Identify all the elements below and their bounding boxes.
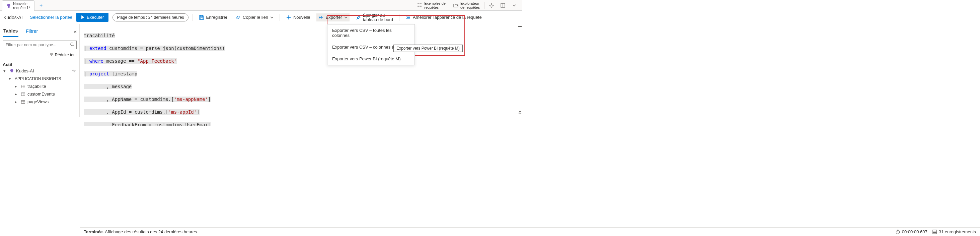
select-scope-link[interactable]: Sélectionner la portée	[30, 15, 72, 20]
run-button[interactable]: Exécuter	[76, 13, 108, 22]
minimap-mark	[518, 26, 522, 27]
table-icon	[21, 84, 25, 89]
editor-area: traçabilité | extend customdims = parse_…	[80, 24, 522, 117]
pin-button[interactable]: Épingler autableau de bord	[353, 12, 395, 23]
play-icon	[81, 16, 85, 19]
expand-up-button[interactable]	[518, 110, 522, 115]
panels-button[interactable]	[498, 1, 508, 10]
export-csv-all[interactable]: Exporter vers CSV – toutes les colonnes	[328, 24, 415, 41]
query-tab[interactable]: Nouvelle requête 1*	[2, 0, 35, 11]
table-icon	[21, 92, 25, 97]
search-icon	[70, 42, 75, 47]
collapse-panel-button[interactable]: «	[74, 29, 77, 35]
svg-point-1	[491, 4, 492, 6]
table-icon	[21, 100, 25, 104]
list-icon	[417, 3, 422, 8]
folder-arrow-icon	[453, 3, 458, 8]
tree-table-pageviews[interactable]: ▸ pageViews	[3, 98, 77, 105]
star-icon[interactable]: ☆	[72, 69, 76, 73]
book-icon	[500, 3, 506, 8]
link-icon	[235, 15, 241, 20]
svg-point-4	[71, 43, 73, 46]
chevron-down-button[interactable]	[509, 1, 519, 10]
tab-title: Nouvelle requête 1*	[13, 2, 30, 10]
export-icon	[318, 15, 324, 20]
query-editor[interactable]: traçabilité | extend customdims = parse_…	[80, 24, 522, 126]
tree-table-tracabilite[interactable]: ▸ traçabilité	[3, 83, 77, 90]
svg-line-5	[73, 45, 74, 46]
format-icon	[406, 15, 411, 20]
tab-bar: Nouvelle requête 1* + Exemples derequête…	[0, 0, 522, 11]
lightbulb-icon	[6, 3, 11, 8]
section-active: Actif	[3, 62, 77, 67]
chevron-double-up-icon	[518, 110, 522, 115]
tooltip: Exporter vers Power BI (requête M)	[393, 45, 463, 52]
time-range-pill[interactable]: Plage de temps : 24 dernières heures	[113, 13, 188, 21]
pin-icon	[356, 15, 361, 20]
chevron-down-icon	[344, 16, 348, 19]
minimap-gutter	[517, 24, 522, 117]
format-query-button[interactable]: Améliorer l'apparence de la requête	[403, 13, 484, 21]
save-icon	[199, 15, 204, 20]
collapse-icon	[49, 53, 54, 57]
export-powerbi[interactable]: Exporter vers Power BI (requête M)	[328, 53, 415, 65]
chevron-down-icon	[270, 16, 274, 19]
collapse-all-button[interactable]: Réduire tout	[3, 53, 77, 57]
plus-icon	[286, 15, 291, 20]
tab-filter[interactable]: Filtrer	[25, 27, 38, 37]
query-examples-button[interactable]: Exemples derequêtes	[414, 0, 448, 11]
copy-link-button[interactable]: Copier le lien	[233, 13, 275, 21]
tree-table-customevents[interactable]: ▸ customEvents	[3, 90, 77, 98]
tab-tables[interactable]: Tables	[3, 26, 18, 37]
add-tab-button[interactable]: +	[37, 1, 46, 10]
tree-root[interactable]: ▾ Kudos-AI ☆	[3, 67, 77, 75]
chevron-down-icon	[512, 3, 516, 7]
settings-button[interactable]	[487, 1, 496, 10]
scope-name: Kudos-AI	[3, 15, 26, 20]
save-button[interactable]: Enregistrer	[197, 13, 230, 21]
lightbulb-icon	[10, 69, 14, 73]
toolbar: Kudos-AI Sélectionner la portée Exécuter…	[0, 11, 522, 24]
svg-rect-0	[8, 7, 10, 8]
gear-icon	[489, 3, 494, 8]
export-button[interactable]: Exporter	[317, 13, 350, 21]
left-panel: Tables Filtrer « Réduire tout Actif ▾ Ku…	[0, 24, 80, 117]
filter-input[interactable]	[3, 41, 77, 49]
query-explorer-button[interactable]: Explorateurde requêtes	[450, 0, 482, 11]
new-button[interactable]: Nouvelle	[284, 13, 312, 21]
tree-group-appinsights[interactable]: ▾ APPLICATION INSIGHTS	[3, 75, 77, 83]
